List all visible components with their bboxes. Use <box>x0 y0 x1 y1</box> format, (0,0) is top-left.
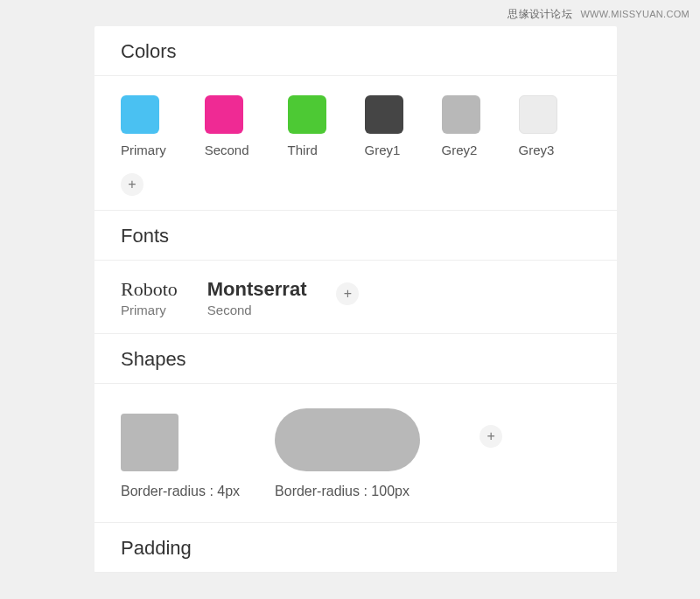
color-label-second: Second <box>205 143 249 157</box>
plus-icon: + <box>344 286 352 302</box>
shapes-row: Border-radius : 4px Border-radius : 100p… <box>121 403 591 505</box>
swatch-grey3 <box>519 95 557 134</box>
swatch-second <box>205 95 243 134</box>
color-third[interactable]: Third <box>288 95 326 157</box>
colors-content: Primary Second Third Grey1 Grey2 Grey3 <box>94 76 617 211</box>
fonts-row: Roboto Primary Montserrat Second + <box>121 278 591 317</box>
color-grey1[interactable]: Grey1 <box>365 95 403 157</box>
add-font-button[interactable]: + <box>336 282 359 305</box>
font-second[interactable]: Montserrat Second <box>207 278 307 317</box>
shapes-header: Shapes <box>94 334 617 384</box>
font-label-primary: Primary <box>121 303 166 317</box>
fonts-header: Fonts <box>94 211 617 261</box>
font-name-second: Montserrat <box>207 278 307 301</box>
plus-icon: + <box>486 428 494 444</box>
color-second[interactable]: Second <box>205 95 249 157</box>
color-label-third: Third <box>288 143 318 157</box>
shape-pill-item[interactable]: Border-radius : 100px <box>275 408 420 499</box>
watermark-url: WWW.MISSYUAN.COM <box>580 9 690 19</box>
swatch-third <box>288 95 326 134</box>
color-grey2[interactable]: Grey2 <box>442 95 480 157</box>
color-primary[interactable]: Primary <box>121 95 166 157</box>
swatch-primary <box>121 95 159 134</box>
swatch-grey1 <box>365 95 403 134</box>
color-label-grey3: Grey3 <box>519 143 555 157</box>
shape-label-pill: Border-radius : 100px <box>275 484 410 499</box>
color-label-grey2: Grey2 <box>442 143 478 157</box>
add-shape-button[interactable]: + <box>480 425 502 448</box>
shape-square <box>121 414 178 471</box>
shape-square-item[interactable]: Border-radius : 4px <box>121 414 240 499</box>
font-name-primary: Roboto <box>121 278 178 301</box>
style-panel: Colors Primary Second Third Grey1 Grey2 <box>94 26 617 573</box>
color-label-grey1: Grey1 <box>365 143 401 157</box>
font-primary[interactable]: Roboto Primary <box>121 278 178 317</box>
shapes-content: Border-radius : 4px Border-radius : 100p… <box>94 384 617 523</box>
colors-add-row: + <box>121 173 591 196</box>
swatch-grey2 <box>442 95 480 134</box>
font-label-second: Second <box>207 303 252 317</box>
colors-row: Primary Second Third Grey1 Grey2 Grey3 <box>121 95 591 157</box>
watermark-cn: 思缘设计论坛 <box>508 8 572 20</box>
shape-label-square: Border-radius : 4px <box>121 484 240 499</box>
fonts-content: Roboto Primary Montserrat Second + <box>94 261 617 334</box>
color-grey3[interactable]: Grey3 <box>519 95 557 157</box>
watermark: 思缘设计论坛 WWW.MISSYUAN.COM <box>508 7 690 22</box>
color-label-primary: Primary <box>121 143 166 157</box>
padding-header: Padding <box>94 523 617 573</box>
plus-icon: + <box>128 177 136 192</box>
colors-header: Colors <box>94 26 617 76</box>
add-color-button[interactable]: + <box>121 173 144 196</box>
shape-pill <box>275 408 420 471</box>
